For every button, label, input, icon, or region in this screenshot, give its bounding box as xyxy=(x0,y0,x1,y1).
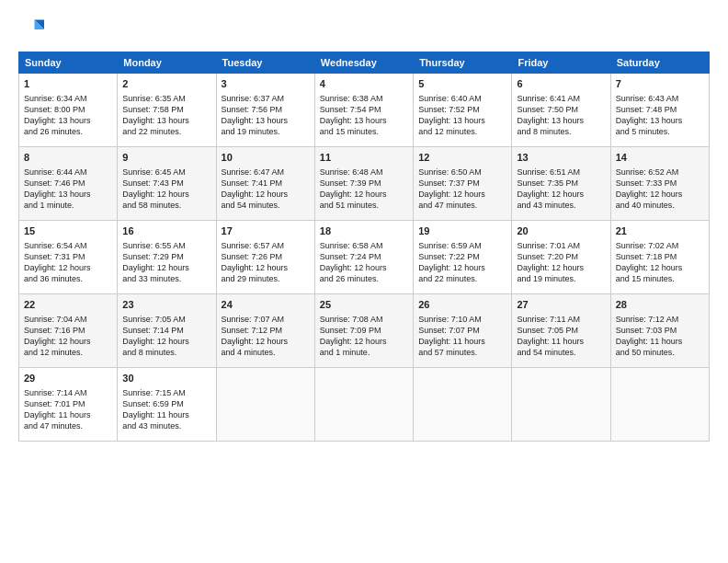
day-info: Daylight: 12 hours xyxy=(418,262,506,273)
day-number: 25 xyxy=(320,298,408,312)
calendar-cell xyxy=(414,368,512,442)
day-number: 21 xyxy=(616,224,704,238)
calendar-week-2: 15Sunrise: 6:54 AMSunset: 7:31 PMDayligh… xyxy=(19,221,710,294)
day-number: 23 xyxy=(122,298,210,312)
day-info: Sunrise: 7:02 AM xyxy=(616,240,704,251)
calendar-cell: 6Sunrise: 6:41 AMSunset: 7:50 PMDaylight… xyxy=(512,74,610,147)
day-info: Sunrise: 6:43 AM xyxy=(616,93,704,104)
day-info: and 22 minutes. xyxy=(418,273,506,284)
day-info: Daylight: 12 hours xyxy=(122,336,210,347)
day-info: Sunrise: 6:55 AM xyxy=(122,240,210,251)
day-info: Sunset: 7:22 PM xyxy=(418,251,506,262)
calendar-cell: 5Sunrise: 6:40 AMSunset: 7:52 PMDaylight… xyxy=(414,74,512,147)
day-info: Sunset: 7:14 PM xyxy=(122,325,210,336)
calendar-cell xyxy=(610,368,709,442)
day-info: and 15 minutes. xyxy=(320,126,408,137)
day-info: Daylight: 13 hours xyxy=(222,115,310,126)
day-number: 10 xyxy=(222,151,310,165)
day-number: 2 xyxy=(122,77,210,91)
day-info: Sunrise: 7:14 AM xyxy=(24,387,112,398)
day-info: Sunrise: 6:38 AM xyxy=(320,93,408,104)
day-info: Sunrise: 6:48 AM xyxy=(320,167,408,178)
day-info: Daylight: 13 hours xyxy=(122,115,210,126)
day-info: Sunrise: 6:40 AM xyxy=(418,93,506,104)
day-info: Sunset: 7:20 PM xyxy=(517,251,605,262)
day-info: Sunrise: 6:34 AM xyxy=(24,93,112,104)
calendar-header-tuesday: Tuesday xyxy=(216,52,314,74)
day-info: and 33 minutes. xyxy=(122,273,210,284)
day-info: Sunset: 7:26 PM xyxy=(222,251,310,262)
calendar-cell xyxy=(314,368,413,442)
calendar-header-friday: Friday xyxy=(512,52,610,74)
day-info: Sunset: 7:12 PM xyxy=(222,325,310,336)
calendar-header-sunday: Sunday xyxy=(19,52,118,74)
day-info: Sunset: 7:52 PM xyxy=(418,104,506,115)
day-info: and 40 minutes. xyxy=(616,200,704,211)
day-info: Sunrise: 6:52 AM xyxy=(616,167,704,178)
calendar-cell: 30Sunrise: 7:15 AMSunset: 6:59 PMDayligh… xyxy=(118,368,216,442)
day-info: Sunset: 7:31 PM xyxy=(24,251,112,262)
calendar-cell: 11Sunrise: 6:48 AMSunset: 7:39 PMDayligh… xyxy=(314,147,413,221)
day-info: Daylight: 13 hours xyxy=(517,115,605,126)
day-info: Sunset: 7:29 PM xyxy=(122,251,210,262)
day-info: and 8 minutes. xyxy=(122,347,210,358)
calendar-cell: 15Sunrise: 6:54 AMSunset: 7:31 PMDayligh… xyxy=(19,221,118,294)
day-info: Sunrise: 6:45 AM xyxy=(122,167,210,178)
day-number: 19 xyxy=(418,224,506,238)
calendar-cell: 18Sunrise: 6:58 AMSunset: 7:24 PMDayligh… xyxy=(314,221,413,294)
page-header xyxy=(18,17,710,42)
day-info: Sunrise: 6:37 AM xyxy=(222,93,310,104)
day-info: Sunrise: 6:50 AM xyxy=(418,167,506,178)
day-info: Sunset: 7:35 PM xyxy=(517,178,605,189)
day-info: Sunrise: 6:57 AM xyxy=(222,240,310,251)
calendar-week-1: 8Sunrise: 6:44 AMSunset: 7:46 PMDaylight… xyxy=(19,147,710,221)
day-info: Daylight: 12 hours xyxy=(24,336,112,347)
calendar-cell: 20Sunrise: 7:01 AMSunset: 7:20 PMDayligh… xyxy=(512,221,610,294)
day-info: and 4 minutes. xyxy=(222,347,310,358)
day-info: Sunset: 7:03 PM xyxy=(616,325,704,336)
day-info: Daylight: 13 hours xyxy=(320,115,408,126)
day-info: Sunset: 7:46 PM xyxy=(24,178,112,189)
day-info: Daylight: 13 hours xyxy=(24,189,112,200)
calendar-cell xyxy=(512,368,610,442)
day-info: Daylight: 12 hours xyxy=(616,189,704,200)
day-number: 17 xyxy=(222,224,310,238)
day-info: Daylight: 12 hours xyxy=(517,189,605,200)
day-info: Sunrise: 7:11 AM xyxy=(517,314,605,325)
day-info: and 1 minute. xyxy=(24,200,112,211)
calendar-cell: 8Sunrise: 6:44 AMSunset: 7:46 PMDaylight… xyxy=(19,147,118,221)
calendar-cell: 13Sunrise: 6:51 AMSunset: 7:35 PMDayligh… xyxy=(512,147,610,221)
calendar-week-0: 1Sunrise: 6:34 AMSunset: 8:00 PMDaylight… xyxy=(19,74,710,147)
day-info: and 47 minutes. xyxy=(418,200,506,211)
day-info: Daylight: 11 hours xyxy=(122,409,210,420)
day-info: Sunrise: 7:01 AM xyxy=(517,240,605,251)
calendar-cell: 26Sunrise: 7:10 AMSunset: 7:07 PMDayligh… xyxy=(414,294,512,368)
calendar-week-3: 22Sunrise: 7:04 AMSunset: 7:16 PMDayligh… xyxy=(19,294,710,368)
day-number: 26 xyxy=(418,298,506,312)
day-info: Sunset: 8:00 PM xyxy=(24,104,112,115)
day-info: Daylight: 13 hours xyxy=(418,115,506,126)
calendar-cell: 17Sunrise: 6:57 AMSunset: 7:26 PMDayligh… xyxy=(216,221,314,294)
day-info: and 47 minutes. xyxy=(24,420,112,431)
calendar-body: 1Sunrise: 6:34 AMSunset: 8:00 PMDaylight… xyxy=(19,74,710,442)
day-info: Sunrise: 6:44 AM xyxy=(24,167,112,178)
day-number: 5 xyxy=(418,77,506,91)
day-info: Daylight: 12 hours xyxy=(222,336,310,347)
day-info: Sunset: 7:07 PM xyxy=(418,325,506,336)
day-info: Sunset: 7:16 PM xyxy=(24,325,112,336)
day-info: and 26 minutes. xyxy=(320,273,408,284)
calendar-cell: 21Sunrise: 7:02 AMSunset: 7:18 PMDayligh… xyxy=(610,221,709,294)
day-info: and 19 minutes. xyxy=(517,273,605,284)
day-info: Sunrise: 7:04 AM xyxy=(24,314,112,325)
day-info: Sunrise: 6:54 AM xyxy=(24,240,112,251)
day-info: Sunset: 7:56 PM xyxy=(222,104,310,115)
calendar-cell: 7Sunrise: 6:43 AMSunset: 7:48 PMDaylight… xyxy=(610,74,709,147)
day-info: and 57 minutes. xyxy=(418,347,506,358)
calendar-header-wednesday: Wednesday xyxy=(314,52,413,74)
calendar-week-4: 29Sunrise: 7:14 AMSunset: 7:01 PMDayligh… xyxy=(19,368,710,442)
calendar-cell: 28Sunrise: 7:12 AMSunset: 7:03 PMDayligh… xyxy=(610,294,709,368)
day-info: and 26 minutes. xyxy=(24,126,112,137)
calendar-cell: 19Sunrise: 6:59 AMSunset: 7:22 PMDayligh… xyxy=(414,221,512,294)
day-number: 13 xyxy=(517,151,605,165)
day-info: Daylight: 12 hours xyxy=(418,189,506,200)
